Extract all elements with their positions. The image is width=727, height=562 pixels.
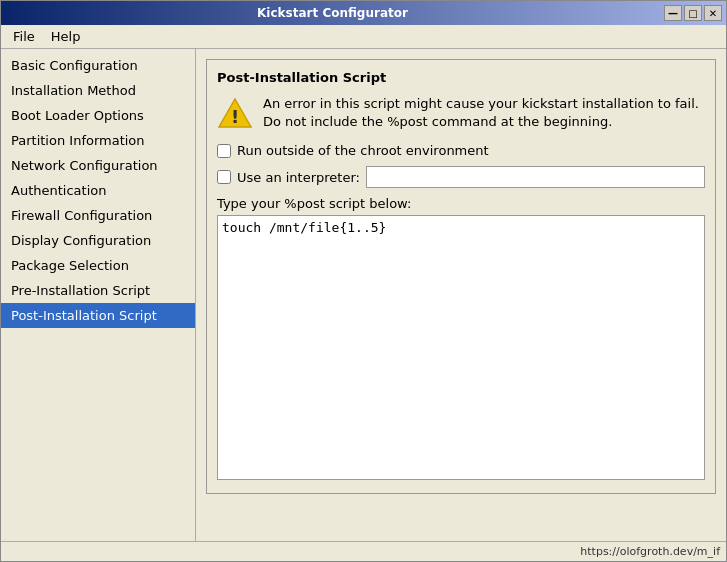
chroot-checkbox[interactable] [217,144,231,158]
chroot-option-row: Run outside of the chroot environment [217,143,705,158]
sidebar-item-installation-method[interactable]: Installation Method [1,78,195,103]
sidebar-item-boot-loader-options[interactable]: Boot Loader Options [1,103,195,128]
status-text: https://olofgroth.dev/m_if [580,545,720,558]
sidebar-item-authentication[interactable]: Authentication [1,178,195,203]
close-button[interactable]: ✕ [704,5,722,21]
interpreter-option-row: Use an interpreter: [217,166,705,188]
interpreter-checkbox[interactable] [217,170,231,184]
sidebar-item-basic-configuration[interactable]: Basic Configuration [1,53,195,78]
interpreter-input[interactable] [366,166,705,188]
chroot-label: Run outside of the chroot environment [237,143,489,158]
sidebar: Basic Configuration Installation Method … [1,49,196,541]
menu-file[interactable]: File [5,27,43,46]
script-label: Type your %post script below: [217,196,705,211]
sidebar-item-firewall-configuration[interactable]: Firewall Configuration [1,203,195,228]
sidebar-item-pre-installation-script[interactable]: Pre-Installation Script [1,278,195,303]
warning-icon: ! [217,95,253,131]
sidebar-item-post-installation-script[interactable]: Post-Installation Script [1,303,195,328]
sidebar-item-display-configuration[interactable]: Display Configuration [1,228,195,253]
warning-box: ! An error in this script might cause yo… [217,95,705,131]
section-title: Post-Installation Script [217,70,705,85]
status-bar: https://olofgroth.dev/m_if [1,541,726,561]
warning-text: An error in this script might cause your… [263,95,705,131]
window-controls: — □ ✕ [664,5,726,21]
sidebar-item-network-configuration[interactable]: Network Configuration [1,153,195,178]
svg-text:!: ! [231,106,239,127]
main-content: Basic Configuration Installation Method … [1,49,726,541]
minimize-button[interactable]: — [664,5,682,21]
section-box: Post-Installation Script ! An error in t… [206,59,716,494]
menu-bar: File Help [1,25,726,49]
interpreter-label: Use an interpreter: [237,170,360,185]
menu-help[interactable]: Help [43,27,89,46]
sidebar-item-package-selection[interactable]: Package Selection [1,253,195,278]
maximize-button[interactable]: □ [684,5,702,21]
title-bar: Kickstart Configurator — □ ✕ [1,1,726,25]
right-panel: Post-Installation Script ! An error in t… [196,49,726,541]
sidebar-item-partition-information[interactable]: Partition Information [1,128,195,153]
script-textarea[interactable]: touch /mnt/file{1..5} [217,215,705,480]
window-title: Kickstart Configurator [1,6,664,20]
main-window: Kickstart Configurator — □ ✕ File Help B… [0,0,727,562]
